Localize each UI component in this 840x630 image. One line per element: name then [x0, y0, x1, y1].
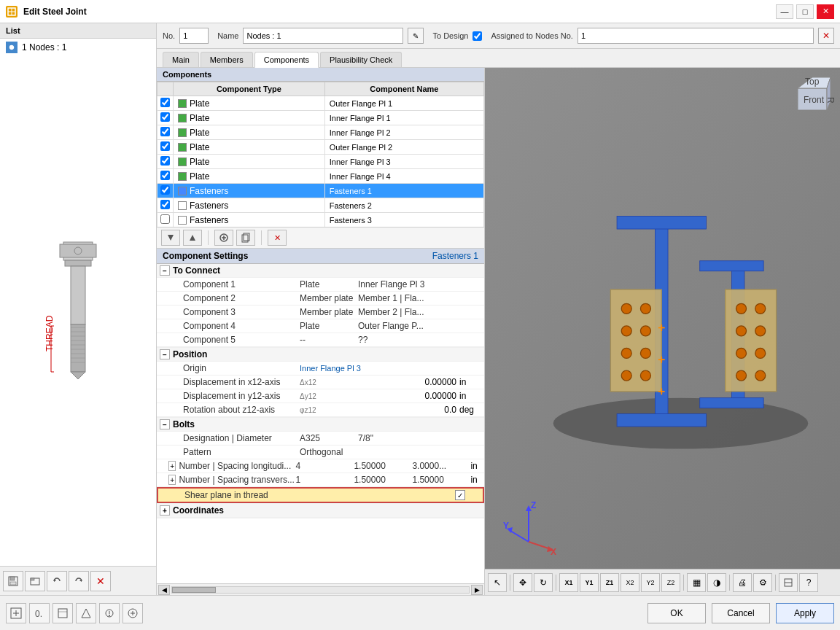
type-cell: Plate [178, 157, 320, 167]
table-row[interactable]: Plate Inner Flange Pl 2 [158, 125, 484, 140]
table-row[interactable]: Fasteners Fasteners 3 [158, 213, 484, 228]
table-row[interactable]: Plate Outer Flange Pl 1 [158, 96, 484, 111]
bottom-tool-4[interactable] [76, 603, 96, 623]
svg-rect-49 [700, 261, 763, 271]
assigned-label: Assigned to Nodes No. [491, 31, 573, 40]
scroll-thumb[interactable] [172, 587, 216, 593]
rot-val: 0.0 [358, 405, 456, 415]
vp-x-btn[interactable]: X1 [559, 573, 578, 592]
shear-plane-checkbox[interactable] [455, 490, 465, 500]
viewport-3d: Front Top R [485, 68, 840, 595]
delete-comp-btn[interactable]: ✕ [268, 230, 287, 246]
tab-members[interactable]: Members [201, 52, 253, 67]
position-expand[interactable]: − [160, 349, 170, 359]
vp-y-btn[interactable]: Y1 [580, 573, 599, 592]
delete-left-button[interactable]: ✕ [90, 571, 111, 591]
scroll-left-arrow[interactable]: ◀ [158, 585, 170, 595]
spacing-trans-expand[interactable]: + [168, 475, 176, 485]
table-row[interactable]: Plate Inner Flange Pl 1 [158, 111, 484, 125]
undo-button[interactable] [47, 571, 67, 591]
tab-plausibility[interactable]: Plausibility Check [320, 52, 402, 67]
open-button[interactable] [25, 571, 45, 591]
table-row[interactable]: Plate Inner Flange Pl 3 [158, 155, 484, 169]
maximize-button[interactable]: □ [796, 4, 814, 19]
name-edit-button[interactable]: ✎ [408, 28, 424, 44]
to-connect-header[interactable]: − To Connect [157, 264, 484, 278]
ok-button[interactable]: OK [648, 603, 706, 623]
spacing-long-expand[interactable]: + [168, 461, 176, 471]
position-label: Position [173, 349, 207, 359]
save-button[interactable] [3, 571, 23, 591]
move-down-btn[interactable] [161, 230, 180, 246]
vp-select-btn[interactable]: ↖ [488, 573, 507, 592]
close-button[interactable]: ✕ [817, 4, 834, 19]
vp-view2-btn[interactable]: ◑ [707, 573, 726, 592]
origin-value: Inner Flange Pl 3 [300, 364, 481, 373]
vp-question-btn[interactable]: ? [799, 573, 818, 592]
bottom-tool-5[interactable] [99, 603, 120, 623]
tab-main[interactable]: Main [163, 52, 199, 67]
vp-orbit-btn[interactable]: ↻ [534, 573, 553, 592]
vp-pan-btn[interactable]: ✥ [513, 573, 532, 592]
bottom-tool-6[interactable] [122, 603, 143, 623]
to-design-checkbox[interactable] [472, 31, 482, 41]
table-row[interactable]: Fasteners Fasteners 2 [158, 198, 484, 213]
horizontal-scrollbar[interactable]: ◀ ▶ [157, 583, 484, 595]
row-checkbox[interactable] [160, 171, 170, 180]
vp-z-btn[interactable]: Z1 [600, 573, 619, 592]
vp-settings-btn[interactable]: ⚙ [753, 573, 772, 592]
coordinates-header[interactable]: + Coordinates [157, 504, 484, 518]
apply-button[interactable]: Apply [776, 603, 834, 623]
copy-comp-btn[interactable] [236, 230, 255, 246]
vp-view-btn[interactable]: ▦ [687, 573, 706, 592]
to-connect-expand[interactable]: − [160, 265, 170, 276]
vp-yminus-btn[interactable]: Y2 [641, 573, 660, 592]
vp-render-btn[interactable]: 🖨 [733, 573, 752, 592]
row-checkbox[interactable] [160, 156, 170, 166]
svg-marker-32 [190, 235, 195, 241]
tab-components[interactable]: Components [254, 52, 319, 68]
move-up-btn[interactable] [183, 230, 202, 246]
coordinates-expand[interactable]: + [160, 505, 170, 516]
svg-text:Z: Z [531, 500, 536, 510]
svg-rect-25 [10, 577, 15, 580]
bottom-tool-1[interactable] [6, 603, 26, 623]
bolts-header[interactable]: − Bolts [157, 418, 484, 432]
row-checkbox[interactable] [160, 141, 170, 151]
assigned-delete-button[interactable]: ✕ [818, 28, 834, 44]
svg-rect-51 [610, 289, 661, 392]
row-checkbox[interactable] [160, 185, 170, 195]
bolts-expand[interactable]: − [160, 419, 170, 429]
no-input[interactable] [179, 28, 209, 44]
bottom-tool-2[interactable]: 0. [29, 603, 50, 623]
scroll-track[interactable] [171, 586, 470, 594]
table-row[interactable]: Fasteners Fasteners 1 [158, 184, 484, 198]
vp-sep4 [729, 575, 730, 591]
name-input[interactable] [243, 28, 403, 44]
cancel-button[interactable]: Cancel [712, 603, 770, 623]
settings-header: Component Settings Fasteners 1 [157, 249, 484, 264]
main-layout: List 1 Nodes : 1 [0, 23, 840, 595]
vp-xminus-btn[interactable]: X2 [621, 573, 639, 592]
add-comp-btn[interactable] [214, 230, 233, 246]
svg-rect-6 [65, 260, 91, 266]
scroll-right-arrow[interactable]: ▶ [471, 585, 483, 595]
vp-zminus-btn[interactable]: Z2 [661, 573, 680, 592]
position-header[interactable]: − Position [157, 348, 484, 362]
table-row[interactable]: Plate Outer Flange Pl 2 [158, 140, 484, 155]
bottom-tool-3[interactable] [52, 603, 73, 623]
assigned-input[interactable] [578, 28, 814, 44]
row-checkbox[interactable] [160, 214, 170, 224]
disp-x-val: 0.00000 [358, 377, 456, 387]
minimize-button[interactable]: — [776, 4, 793, 19]
table-row[interactable]: Plate Inner Flange Pl 4 [158, 169, 484, 184]
col-type: Component Type [174, 82, 325, 96]
row-checkbox[interactable] [160, 98, 170, 107]
row-checkbox[interactable] [160, 112, 170, 122]
row-checkbox[interactable] [160, 200, 170, 209]
redo-button[interactable] [69, 571, 89, 591]
coordinates-section: + Coordinates [157, 504, 484, 518]
vp-zoom-reset-btn[interactable] [779, 573, 798, 592]
row-checkbox[interactable] [160, 127, 170, 136]
list-item-nodes[interactable]: 1 Nodes : 1 [0, 39, 156, 56]
